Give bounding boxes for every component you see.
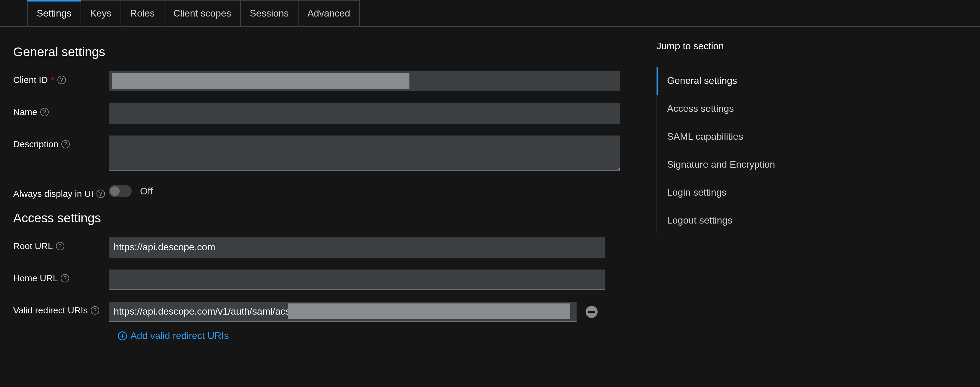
root-url-label: Root URL [13,241,53,251]
valid-redirect-uris-label: Valid redirect URIs [13,305,88,316]
jump-login-settings[interactable]: Login settings [657,178,819,206]
tabs-bar: Settings Keys Roles Client scopes Sessio… [0,0,980,27]
add-redirect-uri-link[interactable]: + Add valid redirect URIs [118,330,638,341]
plus-circle-icon: + [118,331,127,340]
valid-redirect-uris-row: Valid redirect URIs ? + Add valid redire… [13,302,638,341]
name-input[interactable] [109,103,620,124]
general-settings-title: General settings [13,45,638,59]
minus-icon [588,311,595,313]
description-label: Description [13,139,58,149]
access-settings-title: Access settings [13,211,638,225]
jump-logout-settings[interactable]: Logout settings [657,206,819,234]
description-row: Description ? [13,135,638,173]
remove-uri-button[interactable] [585,306,598,318]
help-icon[interactable]: ? [97,190,105,198]
home-url-row: Home URL ? [13,270,638,290]
always-display-row: Always display in UI ? Off [13,185,638,199]
always-display-label: Always display in UI [13,189,94,199]
tab-keys[interactable]: Keys [81,0,121,26]
help-icon[interactable]: ? [40,108,49,116]
svg-rect-0 [588,311,595,313]
tab-advanced[interactable]: Advanced [299,0,360,26]
home-url-label: Home URL [13,273,58,283]
client-id-row: Client ID * ? [13,71,638,91]
jump-signature-encryption[interactable]: Signature and Encryption [657,151,819,178]
jump-nav: General settings Access settings SAML ca… [657,67,819,234]
root-url-row: Root URL ? [13,237,638,257]
required-indicator: * [51,75,54,85]
tab-roles[interactable]: Roles [121,0,164,26]
help-icon[interactable]: ? [61,274,69,282]
help-icon[interactable]: ? [61,140,70,148]
client-id-label: Client ID [13,75,48,85]
tab-settings[interactable]: Settings [27,0,81,26]
name-row: Name ? [13,103,638,124]
always-display-toggle[interactable] [109,185,132,197]
toggle-handle [110,186,119,196]
jump-to-section-sidebar: Jump to section General settings Access … [657,39,819,353]
add-redirect-uri-label: Add valid redirect URIs [130,330,229,341]
help-icon[interactable]: ? [91,306,99,315]
help-icon[interactable]: ? [56,242,64,250]
client-id-input[interactable] [109,71,620,91]
jump-access-settings[interactable]: Access settings [657,95,819,122]
root-url-input[interactable] [109,237,605,257]
tab-client-scopes[interactable]: Client scopes [164,0,241,26]
home-url-input[interactable] [109,270,605,290]
toggle-state-label: Off [140,186,153,197]
help-icon[interactable]: ? [57,76,66,84]
jump-to-section-title: Jump to section [657,41,819,52]
redirect-uri-input[interactable] [109,302,577,322]
jump-general-settings[interactable]: General settings [657,67,819,95]
jump-saml-capabilities[interactable]: SAML capabilities [657,122,819,151]
name-label: Name [13,107,37,117]
tab-sessions[interactable]: Sessions [241,0,299,26]
description-textarea[interactable] [109,135,620,171]
